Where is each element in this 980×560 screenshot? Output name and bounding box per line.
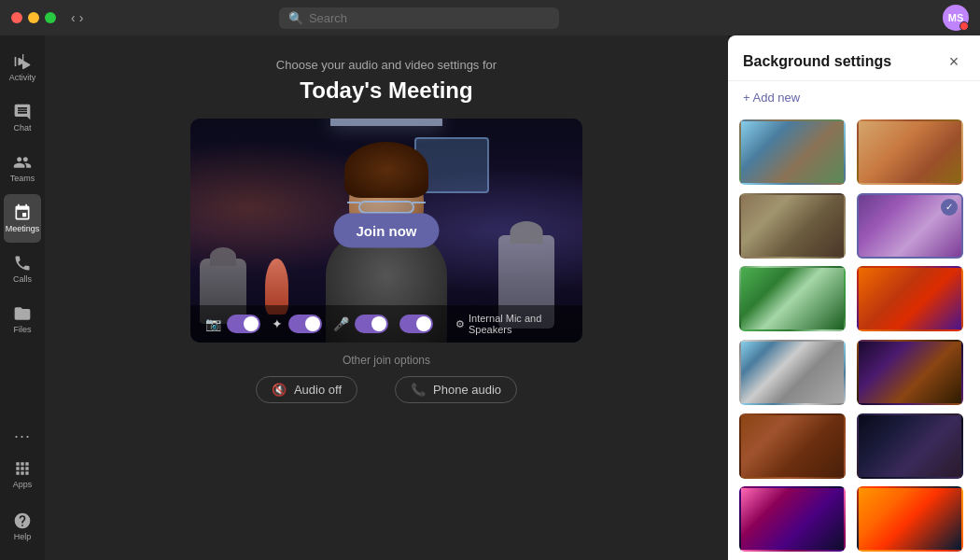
- search-input[interactable]: [309, 11, 550, 25]
- mic-toggle[interactable]: [355, 315, 388, 333]
- search-icon: 🔍: [288, 11, 303, 25]
- volume-toggle-knob: [416, 316, 431, 331]
- background-settings-panel: Background settings × + Add new ✓: [728, 35, 980, 560]
- bg-thumb-purple-room[interactable]: ✓: [857, 193, 963, 259]
- sidebar-item-chat[interactable]: Chat: [4, 93, 41, 142]
- audio-off-icon: 🔇: [272, 383, 287, 397]
- navigation-arrows: ‹ ›: [71, 10, 83, 25]
- content-area: Choose your audio and video settings for…: [45, 35, 728, 560]
- add-new-background-button[interactable]: + Add new: [728, 81, 980, 114]
- bg-thumb-fantasy[interactable]: [739, 413, 846, 479]
- speaker-icon: ⚙: [455, 318, 465, 330]
- effects-toggle-knob: [305, 316, 320, 331]
- close-window-button[interactable]: [11, 12, 22, 23]
- help-icon: [13, 511, 32, 530]
- sidebar-item-apps[interactable]: Apps: [4, 450, 41, 498]
- meeting-subtitle: Choose your audio and video settings for: [276, 58, 497, 72]
- main-layout: Activity Chat Teams Meetings Calls Files…: [0, 35, 980, 560]
- effects-control-group: ✦: [272, 315, 322, 333]
- maximize-window-button[interactable]: [45, 12, 56, 23]
- speaker-label: ⚙ Internal Mic and Speakers: [455, 313, 567, 335]
- search-bar[interactable]: 🔍: [279, 7, 559, 29]
- avatar[interactable]: MS: [943, 5, 969, 31]
- audio-options: 🔇 Audio off 📞 Phone audio: [256, 376, 517, 403]
- calls-icon: [13, 254, 32, 273]
- minimize-window-button[interactable]: [28, 12, 39, 23]
- video-controls-bar: 📷 ✦ 🎤: [190, 305, 582, 343]
- chat-icon: [13, 103, 32, 121]
- sidebar-item-chat-label: Chat: [13, 123, 31, 133]
- sidebar-item-files-label: Files: [13, 325, 31, 334]
- help-label: Help: [14, 532, 32, 541]
- bg-thumb-bridge[interactable]: [739, 119, 846, 185]
- bg-thumb-canyon[interactable]: [857, 119, 963, 185]
- bg-thumb-minecraft1[interactable]: [739, 266, 846, 331]
- sidebar-item-meetings[interactable]: Meetings: [4, 194, 41, 243]
- bg-settings-header: Background settings ×: [728, 35, 980, 81]
- phone-audio-label: Phone audio: [433, 383, 501, 397]
- bg-thumb-space-arch[interactable]: [857, 413, 963, 479]
- sidebar-item-calls[interactable]: Calls: [4, 245, 41, 293]
- bg-settings-title: Background settings: [743, 53, 891, 70]
- audio-off-label: Audio off: [294, 383, 342, 397]
- phone-audio-icon: 📞: [411, 383, 426, 397]
- activity-icon: [13, 52, 32, 71]
- back-button[interactable]: ‹: [71, 10, 76, 25]
- other-options-label: Other join options: [256, 354, 517, 367]
- video-preview: Join now 📷 ✦ 🎤: [190, 119, 582, 343]
- window-controls: [11, 12, 56, 23]
- phone-audio-button[interactable]: 📞 Phone audio: [395, 376, 517, 403]
- selected-check: ✓: [941, 199, 958, 216]
- bg-thumb-sunset-ocean[interactable]: [857, 486, 963, 552]
- sidebar-item-meetings-label: Meetings: [6, 224, 40, 233]
- bg-thumb-mountains[interactable]: [739, 340, 846, 405]
- camera-icon: 📷: [205, 316, 221, 331]
- meeting-title: Today's Meeting: [276, 77, 497, 104]
- bg-thumb-office[interactable]: [739, 193, 846, 259]
- audio-off-button[interactable]: 🔇 Audio off: [256, 376, 357, 403]
- camera-control-group: 📷: [205, 315, 260, 333]
- camera-toggle[interactable]: [227, 315, 260, 333]
- join-now-button[interactable]: Join now: [334, 214, 440, 248]
- meetings-icon: [13, 203, 32, 222]
- mic-toggle-knob: [371, 316, 386, 331]
- camera-toggle-knob: [244, 316, 259, 331]
- sidebar-item-help[interactable]: Help: [4, 502, 41, 551]
- title-bar: ‹ › 🔍 MS: [0, 0, 980, 35]
- more-options-button[interactable]: ...: [14, 423, 31, 442]
- background-grid: ✓: [728, 114, 980, 560]
- bg-settings-close-button[interactable]: ×: [943, 50, 965, 73]
- sidebar: Activity Chat Teams Meetings Calls Files…: [0, 35, 45, 560]
- mic-icon: 🎤: [333, 316, 349, 331]
- speaker-text: Internal Mic and Speakers: [469, 313, 567, 335]
- files-icon: [13, 304, 32, 323]
- person-glasses: [358, 201, 414, 214]
- apps-label: Apps: [13, 480, 33, 489]
- scene-ceiling-light: [330, 119, 442, 126]
- bg-thumb-minecraft2[interactable]: [857, 266, 963, 331]
- sidebar-item-activity[interactable]: Activity: [4, 43, 41, 91]
- sidebar-item-files[interactable]: Files: [4, 295, 41, 343]
- effects-icon: ✦: [272, 316, 283, 331]
- bg-thumb-scifi[interactable]: [857, 340, 963, 405]
- volume-toggle[interactable]: [399, 315, 433, 333]
- sidebar-item-teams[interactable]: Teams: [4, 144, 41, 192]
- sidebar-item-activity-label: Activity: [9, 73, 36, 82]
- forward-button[interactable]: ›: [79, 10, 84, 25]
- other-options: Other join options 🔇 Audio off 📞 Phone a…: [256, 354, 517, 403]
- sidebar-item-calls-label: Calls: [13, 274, 32, 284]
- sidebar-item-teams-label: Teams: [10, 174, 35, 183]
- bg-thumb-galaxy[interactable]: [739, 486, 846, 552]
- effects-toggle[interactable]: [288, 315, 322, 333]
- teams-icon: [13, 153, 32, 172]
- apps-icon: [13, 459, 32, 478]
- meeting-header: Choose your audio and video settings for…: [276, 58, 497, 104]
- mic-control-group: 🎤: [333, 315, 388, 333]
- volume-control-group: [399, 315, 433, 333]
